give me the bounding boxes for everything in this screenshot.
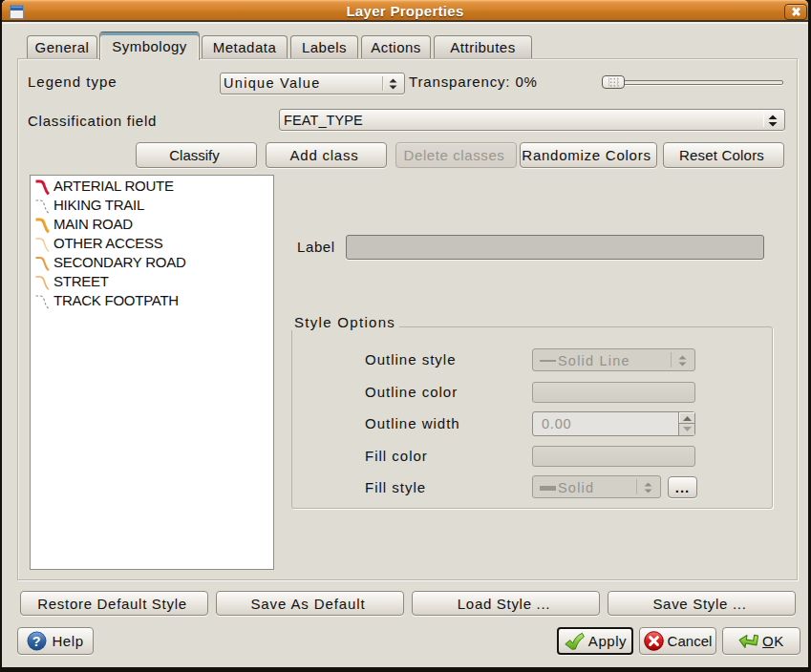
svg-text:?: ? — [32, 634, 41, 649]
